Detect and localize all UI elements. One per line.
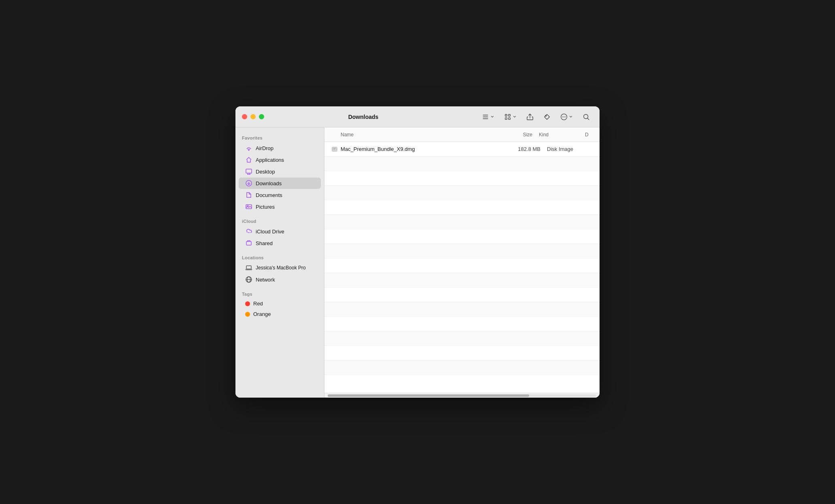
tag-orange-dot — [245, 312, 250, 317]
empty-row — [324, 229, 600, 244]
tag-red-label: Red — [253, 301, 263, 307]
more-button[interactable] — [557, 111, 576, 123]
sidebar-item-airdrop[interactable]: AirDrop — [239, 142, 321, 154]
shared-icon — [245, 239, 252, 247]
empty-row — [324, 157, 600, 171]
col-header-date: D — [585, 132, 593, 138]
svg-point-10 — [564, 116, 564, 117]
empty-row — [324, 244, 600, 258]
window-title: Downloads — [248, 114, 479, 120]
file-list-header: Name Size Kind D — [324, 127, 600, 142]
empty-row — [324, 215, 600, 229]
svg-rect-24 — [246, 241, 251, 245]
icloud-icon — [245, 228, 252, 235]
toolbar-right — [479, 111, 593, 123]
tag-red-dot — [245, 301, 250, 306]
applications-label: Applications — [256, 157, 284, 163]
svg-point-14 — [248, 150, 250, 151]
empty-row — [324, 288, 600, 302]
sidebar: Favorites AirDrop — [235, 127, 324, 398]
sidebar-item-desktop[interactable]: Desktop — [239, 166, 321, 177]
sidebar-item-downloads[interactable]: Downloads — [239, 178, 321, 189]
downloads-label: Downloads — [256, 180, 282, 186]
empty-row — [324, 258, 600, 273]
file-row[interactable]: Mac_Premium_Bundle_X9.dmg 182.8 MB Disk … — [324, 142, 600, 157]
sidebar-section-locations: Locations — [235, 252, 324, 262]
sidebar-item-applications[interactable]: Applications — [239, 154, 321, 165]
scrollbar-thumb[interactable] — [328, 394, 529, 397]
empty-row — [324, 171, 600, 186]
shared-label: Shared — [256, 240, 273, 246]
empty-row — [324, 200, 600, 215]
pictures-icon — [245, 203, 252, 210]
main-content: Name Size Kind D Mac_Premiu — [324, 127, 600, 398]
airdrop-label: AirDrop — [256, 145, 273, 151]
laptop-icon — [245, 264, 252, 271]
search-button[interactable] — [579, 111, 593, 123]
file-kind: Disk Image — [540, 146, 593, 152]
sidebar-item-macbook[interactable]: Jessica's MacBook Pro — [239, 262, 321, 273]
empty-row — [324, 317, 600, 331]
svg-rect-15 — [246, 169, 252, 173]
network-label: Network — [256, 277, 275, 283]
desktop-label: Desktop — [256, 169, 275, 175]
svg-rect-25 — [246, 266, 251, 269]
svg-rect-3 — [505, 114, 507, 116]
documents-icon — [245, 191, 252, 199]
horizontal-scrollbar[interactable] — [324, 393, 600, 398]
close-button[interactable] — [242, 114, 247, 119]
col-header-name: Name — [341, 132, 492, 138]
share-button[interactable] — [523, 111, 537, 123]
empty-row — [324, 331, 600, 346]
svg-rect-6 — [509, 117, 511, 119]
pictures-label: Pictures — [256, 204, 275, 210]
empty-row — [324, 360, 600, 375]
titlebar: Downloads — [235, 106, 600, 127]
svg-rect-5 — [505, 117, 507, 119]
file-name: Mac_Premium_Bundle_X9.dmg — [341, 146, 500, 152]
icloud-drive-label: iCloud Drive — [256, 229, 284, 235]
airdrop-icon — [245, 144, 252, 152]
file-dmg-icon — [331, 146, 338, 153]
scrollbar-track — [328, 394, 596, 397]
col-header-size: Size — [492, 132, 532, 138]
svg-point-12 — [584, 114, 588, 119]
sidebar-item-shared[interactable]: Shared — [239, 237, 321, 249]
sidebar-item-pictures[interactable]: Pictures — [239, 201, 321, 212]
svg-rect-4 — [509, 114, 511, 116]
svg-line-13 — [587, 118, 589, 120]
sidebar-item-tag-red[interactable]: Red — [239, 299, 321, 309]
sidebar-section-tags: Tags — [235, 288, 324, 298]
sidebar-section-icloud: iCloud — [235, 216, 324, 225]
svg-point-9 — [562, 116, 563, 117]
empty-row — [324, 346, 600, 360]
downloads-icon — [245, 180, 252, 187]
empty-row — [324, 186, 600, 200]
file-list: Mac_Premium_Bundle_X9.dmg 182.8 MB Disk … — [324, 142, 600, 393]
sidebar-section-favorites: Favorites — [235, 132, 324, 142]
sidebar-item-icloud-drive[interactable]: iCloud Drive — [239, 226, 321, 237]
tag-orange-label: Orange — [253, 311, 271, 317]
sidebar-item-network[interactable]: Network — [239, 274, 321, 285]
tag-button[interactable] — [540, 111, 554, 123]
empty-row — [324, 302, 600, 317]
desktop-icon — [245, 168, 252, 175]
documents-label: Documents — [256, 192, 282, 198]
sidebar-item-documents[interactable]: Documents — [239, 189, 321, 201]
svg-point-11 — [565, 116, 566, 117]
finder-window: Downloads — [235, 106, 600, 398]
col-header-kind: Kind — [532, 132, 585, 138]
sidebar-item-tag-orange[interactable]: Orange — [239, 309, 321, 319]
content-area: Favorites AirDrop — [235, 127, 600, 398]
applications-icon — [245, 156, 252, 163]
network-icon — [245, 276, 252, 283]
file-size: 182.8 MB — [500, 146, 540, 152]
macbook-label: Jessica's MacBook Pro — [256, 265, 306, 271]
empty-row — [324, 273, 600, 288]
list-view-button[interactable] — [479, 111, 498, 123]
grid-view-button[interactable] — [501, 111, 520, 123]
